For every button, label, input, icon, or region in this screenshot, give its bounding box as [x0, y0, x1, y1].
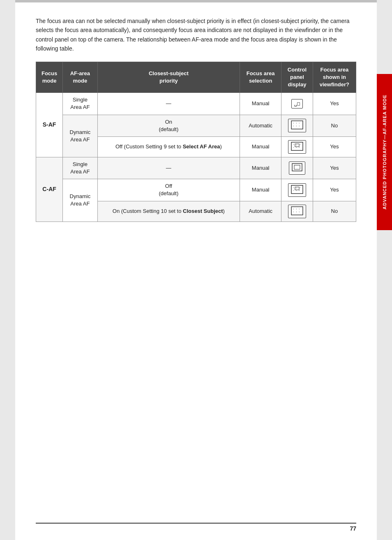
side-tab-label: ADVANCED PHOTOGRAPHY—AF-AREA MODE [382, 95, 387, 210]
svg-text:+: + [299, 146, 300, 148]
svg-text:+: + [293, 187, 294, 189]
af-area-single-saf: SingleArea AF [63, 93, 97, 115]
control-icon-dynamic-on-caf: + + + + + + [281, 201, 313, 222]
focus-selection-dynamic-on-caf: Automatic [240, 201, 281, 222]
svg-text:+: + [299, 208, 300, 210]
svg-text:□: □ [296, 187, 297, 189]
svg-text:+: + [293, 125, 294, 127]
table-row: DynamicArea AF On(default) Automatic + +… [36, 115, 356, 136]
viewfinder-dynamic-off-caf: Yes [313, 179, 356, 201]
viewfinder-dynamic-off-saf: Yes [313, 136, 356, 157]
header-control-panel: Controlpaneldisplay [281, 62, 313, 93]
header-viewfinder: Focus areashown inviewfinder? [313, 62, 356, 93]
svg-text:□: □ [296, 144, 297, 146]
control-panel-icon-single-2 [289, 162, 305, 174]
control-icon-dynamic-off-caf: + □ + + + + [281, 179, 313, 201]
table-row: C-AF SingleArea AF — Manual Yes [36, 157, 356, 179]
svg-text:+: + [296, 211, 297, 213]
page: ADVANCED PHOTOGRAPHY—AF-AREA MODE The fo… [15, 0, 377, 540]
svg-text:+: + [299, 211, 300, 213]
control-icon-single-saf: ␣□ [281, 93, 313, 115]
side-tab-gray [377, 238, 392, 321]
svg-text:+: + [300, 187, 301, 189]
control-panel-icon-dynamic-1: + + + + + + [288, 119, 306, 132]
closest-single-caf: — [97, 157, 240, 179]
svg-text:+: + [293, 146, 294, 148]
control-panel-icon-dynamic-2: + □ + + + + [288, 140, 306, 154]
page-number: 77 [350, 525, 356, 532]
focus-mode-caf: C-AF [36, 157, 63, 222]
control-icon-single-caf [281, 157, 313, 179]
focus-selection-single-saf: Manual [240, 93, 281, 115]
header-focus-mode: Focusmode [36, 62, 63, 93]
focus-mode-saf: S-AF [36, 93, 63, 157]
focus-selection-dynamic-off-saf: Manual [240, 136, 281, 157]
svg-text:+: + [296, 125, 297, 127]
svg-text:+: + [300, 143, 301, 145]
svg-text:+: + [296, 208, 297, 210]
intro-paragraph: The focus area can not be selected manua… [36, 16, 356, 53]
svg-text:+: + [299, 189, 300, 192]
af-area-single-caf: SingleArea AF [63, 157, 97, 179]
control-panel-icon-single: ␣□ [291, 99, 303, 108]
svg-text:+: + [293, 143, 294, 145]
af-area-dynamic-saf: DynamicArea AF [63, 115, 97, 157]
closest-dynamic-on-caf: On (Custom Setting 10 set to Closest Sub… [97, 201, 240, 222]
control-icon-dynamic-off-saf: + □ + + + + [281, 136, 313, 157]
svg-text:+: + [293, 211, 294, 213]
control-icon-dynamic-on-saf: + + + + + + [281, 115, 313, 136]
viewfinder-dynamic-on-caf: No [313, 201, 356, 222]
closest-dynamic-on-saf: On(default) [97, 115, 240, 136]
svg-rect-16 [294, 165, 300, 169]
bottom-bar [36, 523, 356, 524]
closest-dynamic-off-caf: Off(default) [97, 179, 240, 201]
viewfinder-dynamic-on-saf: No [313, 115, 356, 136]
table-row: S-AF SingleArea AF — Manual ␣□ Yes [36, 93, 356, 115]
svg-rect-15 [292, 164, 302, 171]
viewfinder-single-caf: Yes [313, 157, 356, 179]
svg-text:+: + [299, 125, 300, 127]
focus-selection-dynamic-on-saf: Automatic [240, 115, 281, 136]
svg-text:+: + [293, 189, 294, 192]
af-area-table: Focusmode AF-areamode Closest-subjectpri… [36, 62, 356, 222]
focus-selection-dynamic-off-caf: Manual [240, 179, 281, 201]
focus-selection-single-caf: Manual [240, 157, 281, 179]
af-area-dynamic-caf: DynamicArea AF [63, 179, 97, 222]
header-focus-area-selection: Focus areaselection [240, 62, 281, 93]
header-af-area-mode: AF-areamode [63, 62, 97, 93]
header-closest-subject: Closest-subjectpriority [97, 62, 240, 93]
side-tab: ADVANCED PHOTOGRAPHY—AF-AREA MODE [377, 74, 392, 230]
control-panel-icon-dynamic-4: + + + + + + [288, 205, 306, 218]
svg-text:+: + [299, 122, 300, 124]
control-panel-icon-dynamic-3: + □ + + + + [288, 183, 306, 197]
viewfinder-single-saf: Yes [313, 93, 356, 115]
top-bar [15, 0, 377, 2]
closest-single-saf: — [97, 93, 240, 115]
svg-text:+: + [296, 122, 297, 124]
table-row: DynamicArea AF Off(default) Manual + □ +… [36, 179, 356, 201]
svg-text:+: + [293, 208, 294, 210]
closest-dynamic-off-saf: Off (Custom Setting 9 set to Select AF A… [97, 136, 240, 157]
svg-text:+: + [293, 122, 294, 124]
